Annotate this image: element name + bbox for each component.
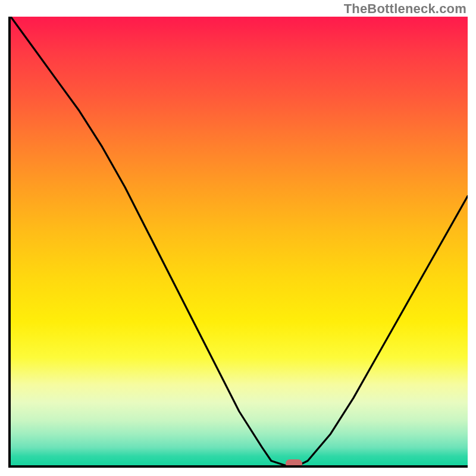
bottleneck-curve bbox=[11, 17, 468, 465]
minimum-marker bbox=[286, 459, 302, 468]
attribution-label: TheBottleneck.com bbox=[344, 1, 466, 17]
plot-area bbox=[8, 17, 468, 468]
chart-frame: TheBottleneck.com bbox=[0, 0, 476, 476]
